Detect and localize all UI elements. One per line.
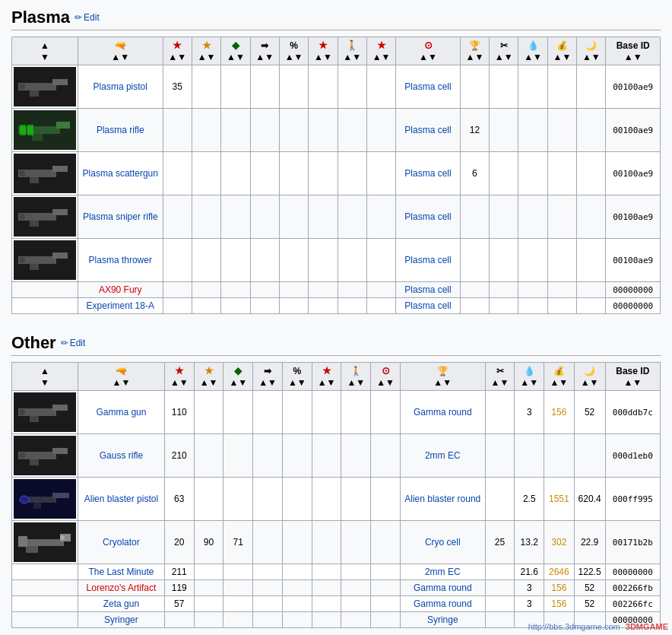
th-diamond[interactable]: ◆ ▲▼: [221, 37, 250, 65]
col4: [279, 282, 308, 298]
ammo-val[interactable]: Plasma cell: [396, 282, 460, 298]
th2-target[interactable]: ⊙ ▲▼: [371, 363, 401, 391]
ammo-val2[interactable]: 2mm EC: [400, 564, 485, 580]
col-f: [485, 596, 515, 612]
th-img[interactable]: ▲ ▼: [12, 37, 78, 65]
weapon-name2[interactable]: Gauss rifle: [78, 434, 165, 478]
col-e: [371, 612, 401, 628]
th2-star1[interactable]: ★ ▲▼: [164, 363, 194, 391]
svg-rect-14: [52, 209, 68, 215]
th2-ammo[interactable]: 🏆 ▲▼: [400, 363, 485, 391]
col12: [577, 109, 606, 152]
th-arrow[interactable]: ➡ ▲▼: [250, 37, 279, 65]
col-f: [485, 564, 515, 580]
col8: [460, 65, 489, 109]
weapon-name2[interactable]: Alien blaster pistol: [78, 478, 165, 521]
th-scissors[interactable]: ✂ ▲▼: [490, 37, 518, 65]
ammo-val[interactable]: Plasma cell: [396, 152, 460, 195]
col-extra1: 90: [194, 521, 223, 564]
weapon-name[interactable]: Plasma rifle: [78, 109, 163, 152]
weapon-name[interactable]: Plasma scattergun: [78, 152, 163, 195]
th-person[interactable]: 🚶 ▲▼: [338, 37, 366, 65]
ammo-val[interactable]: Plasma cell: [396, 195, 460, 239]
other-title: Other: [11, 333, 56, 353]
th-drop[interactable]: 💧 ▲▼: [518, 37, 547, 65]
col1: [192, 109, 220, 152]
weapon-name[interactable]: Plasma thrower: [78, 239, 163, 282]
th2-scissors[interactable]: ✂ ▲▼: [485, 363, 515, 391]
weapon-name2[interactable]: Zeta gun: [78, 596, 165, 612]
col6: [338, 109, 366, 152]
col6: [338, 239, 366, 282]
th-coins[interactable]: 💰 ▲▼: [547, 37, 576, 65]
plasma-edit-link[interactable]: ✏ Edit: [74, 12, 100, 23]
th-star2[interactable]: ★ ▲▼: [192, 37, 220, 65]
weapon-name2[interactable]: Syringer: [78, 612, 165, 628]
weapon-name[interactable]: Experiment 18-A: [78, 298, 163, 314]
th2-img[interactable]: ▲ ▼: [12, 363, 78, 391]
th-star3[interactable]: ★ ▲▼: [309, 37, 338, 65]
th2-baseid[interactable]: Base ID ▲▼: [605, 363, 660, 391]
th2-star3[interactable]: ★ ▲▼: [312, 363, 341, 391]
col-a: [253, 434, 283, 478]
dmg-val: [163, 195, 192, 239]
percent-icon: %: [290, 40, 298, 51]
th-star-red[interactable]: ★ ▲▼: [163, 37, 192, 65]
col3: [250, 298, 279, 314]
col4: [279, 195, 308, 239]
th2-gun[interactable]: 🔫 ▲▼: [78, 363, 165, 391]
footer-link: http://bbs.3dmgame.com 3DMGAME: [528, 622, 668, 631]
other-edit-link[interactable]: ✏ Edit: [61, 338, 86, 348]
th2-person[interactable]: 🚶 ▲▼: [341, 363, 371, 391]
weapon-name[interactable]: Plasma pistol: [78, 65, 163, 109]
gun-icon: 🔫: [115, 40, 126, 51]
th2-drop[interactable]: 💧 ▲▼: [515, 363, 544, 391]
col-b: [282, 612, 312, 628]
ammo-val2[interactable]: Alien blaster round: [400, 478, 485, 521]
ammo-val[interactable]: Plasma cell: [396, 239, 460, 282]
col-d: [341, 434, 371, 478]
th-target[interactable]: ⊙ ▲▼: [396, 37, 460, 65]
th2-diamond[interactable]: ◆ ▲▼: [223, 363, 253, 391]
col-b: [282, 521, 312, 564]
ammo-val2[interactable]: Gamma round: [400, 596, 485, 612]
th2-star2[interactable]: ★ ▲▼: [194, 363, 223, 391]
ammo-val[interactable]: Plasma cell: [396, 298, 460, 314]
th-gun[interactable]: 🔫 ▲▼: [78, 37, 163, 65]
col-a: [253, 521, 283, 564]
svg-rect-22: [52, 405, 68, 411]
th2-arrow[interactable]: ➡ ▲▼: [253, 363, 283, 391]
col-extra2: [223, 596, 253, 612]
th-baseid[interactable]: Base ID ▲▼: [606, 37, 661, 65]
base-id: 00100ae9: [606, 109, 661, 152]
th-moon[interactable]: 🌙 ▲▼: [577, 37, 606, 65]
svg-rect-23: [30, 416, 39, 422]
ammo-val2[interactable]: Cryo cell: [400, 521, 485, 564]
th-ammo[interactable]: 🏆 ▲▼: [460, 37, 489, 65]
ammo-val[interactable]: Plasma cell: [396, 65, 460, 109]
weapon-name2[interactable]: Lorenzo's Artifact: [78, 580, 165, 596]
weapon-name[interactable]: Plasma sniper rifle: [78, 195, 163, 239]
weapon-name2[interactable]: Gamma gun: [78, 391, 165, 434]
th2-percent[interactable]: % ▲▼: [282, 363, 312, 391]
weapon-name[interactable]: AX90 Fury: [78, 282, 163, 298]
svg-rect-1: [52, 79, 68, 85]
th-percent[interactable]: % ▲▼: [279, 37, 308, 65]
ammo-val2[interactable]: Syringe: [400, 612, 485, 628]
ammo-val[interactable]: Plasma cell: [396, 109, 460, 152]
col-extra2: [223, 478, 253, 521]
ammo-val2[interactable]: 2mm EC: [400, 434, 485, 478]
ammo-val2[interactable]: Gamma round: [400, 391, 485, 434]
col7: [366, 109, 395, 152]
pencil2-icon: ✏: [61, 338, 68, 348]
ammo-val2[interactable]: Gamma round: [400, 580, 485, 596]
base-id: 00100ae9: [606, 65, 661, 109]
th-star-person[interactable]: ★ ▲▼: [366, 37, 395, 65]
col-c: [312, 596, 341, 612]
th2-coins[interactable]: 💰 ▲▼: [544, 363, 574, 391]
col-extra2: [223, 434, 253, 478]
th2-moon[interactable]: 🌙 ▲▼: [574, 363, 605, 391]
dmg-val: [163, 109, 192, 152]
weapon-name2[interactable]: The Last Minute: [78, 564, 165, 580]
weapon-name2[interactable]: Cryolator: [78, 521, 165, 564]
